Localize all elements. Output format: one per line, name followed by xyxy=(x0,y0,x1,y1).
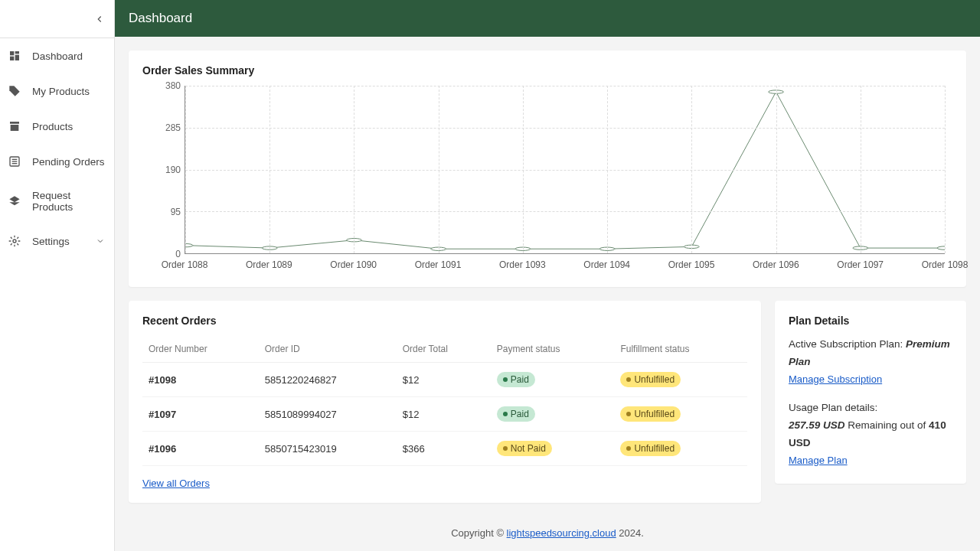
sidebar-item-products[interactable]: Products xyxy=(0,109,114,144)
y-tick: 0 xyxy=(175,249,181,259)
manage-plan-link[interactable]: Manage Plan xyxy=(789,455,848,466)
svg-point-9 xyxy=(185,243,193,246)
x-tick: Order 1097 xyxy=(837,259,884,270)
sidebar-item-label: Request Products xyxy=(32,190,106,213)
sidebar-collapse-button[interactable] xyxy=(0,0,114,38)
column-header: Order Total xyxy=(397,336,491,363)
status-badge: Unfulfilled xyxy=(620,372,681,387)
svg-rect-1 xyxy=(15,51,19,54)
x-tick: Order 1094 xyxy=(583,259,630,270)
usage-line: 257.59 USD Remaining out of 410 USD xyxy=(789,417,952,452)
svg-rect-0 xyxy=(10,51,14,55)
order-id: 5850715423019 xyxy=(259,432,397,466)
sidebar-item-pending-orders[interactable]: Pending Orders xyxy=(0,144,114,179)
sidebar-item-dashboard[interactable]: Dashboard xyxy=(0,38,114,73)
x-tick: Order 1098 xyxy=(922,259,969,270)
x-tick: Order 1091 xyxy=(415,259,462,270)
y-tick: 190 xyxy=(165,165,181,175)
column-header: Order Number xyxy=(142,336,259,363)
sidebar-item-request-products[interactable]: Request Products xyxy=(0,179,114,223)
manage-subscription-link[interactable]: Manage Subscription xyxy=(789,373,882,385)
active-plan-line: Active Subscription Plan: Premium Plan xyxy=(789,336,952,371)
status-badge: Not Paid xyxy=(497,441,552,456)
y-tick: 380 xyxy=(165,80,181,91)
chevron-left-icon xyxy=(94,14,105,24)
table-row[interactable]: #10985851220246827$12PaidUnfulfilled xyxy=(142,363,747,397)
column-header: Fulfillment status xyxy=(614,336,747,363)
plan-details-card: Plan Details Active Subscription Plan: P… xyxy=(775,301,966,484)
x-tick: Order 1093 xyxy=(499,259,546,270)
footer: Copyright © lightspeedsourcing.cloud 202… xyxy=(129,517,966,549)
list-icon xyxy=(8,155,21,168)
sidebar-item-label: Pending Orders xyxy=(32,156,106,168)
x-tick: Order 1089 xyxy=(246,259,292,270)
y-tick: 285 xyxy=(165,122,181,133)
sidebar: DashboardMy ProductsProductsPending Orde… xyxy=(0,0,115,551)
order-number: #1096 xyxy=(142,432,259,466)
chevron-down-icon xyxy=(96,236,106,246)
sidebar-item-label: Dashboard xyxy=(32,51,106,62)
plan-title: Plan Details xyxy=(789,315,952,327)
order-total: $12 xyxy=(397,363,491,397)
layers-icon xyxy=(8,194,21,208)
view-all-orders-link[interactable]: View all Orders xyxy=(142,478,210,489)
order-number: #1098 xyxy=(142,363,259,397)
chart: 095190285380 Order 1088Order 1089Order 1… xyxy=(185,86,945,273)
status-badge: Paid xyxy=(497,372,535,387)
page-title: Dashboard xyxy=(129,11,192,25)
order-total: $12 xyxy=(397,397,491,432)
sidebar-item-my-products[interactable]: My Products xyxy=(0,73,114,109)
topbar: Dashboard xyxy=(115,0,980,37)
usage-label: Usage Plan details: xyxy=(789,399,952,417)
chart-title: Order Sales Summary xyxy=(142,64,952,77)
order-id: 5851089994027 xyxy=(259,397,397,432)
x-tick: Order 1095 xyxy=(668,259,715,270)
svg-point-8 xyxy=(13,240,16,243)
svg-rect-3 xyxy=(10,57,14,60)
column-header: Order ID xyxy=(259,336,397,363)
sidebar-item-settings[interactable]: Settings xyxy=(0,223,114,259)
orders-table: Order NumberOrder IDOrder TotalPayment s… xyxy=(142,336,747,466)
status-badge: Unfulfilled xyxy=(620,441,681,456)
recent-orders-card: Recent Orders Order NumberOrder IDOrder … xyxy=(129,301,761,503)
footer-link[interactable]: lightspeedsourcing.cloud xyxy=(507,527,616,539)
order-id: 5851220246827 xyxy=(259,363,397,397)
tag-icon xyxy=(8,84,21,98)
column-header: Payment status xyxy=(491,336,615,363)
x-tick: Order 1088 xyxy=(162,259,208,270)
dashboard-icon xyxy=(8,49,21,63)
status-badge: Paid xyxy=(497,406,535,422)
sidebar-item-label: Products xyxy=(32,121,106,132)
status-badge: Unfulfilled xyxy=(620,406,681,422)
chart-card: Order Sales Summary 095190285380 Order 1… xyxy=(129,51,966,287)
x-tick: Order 1090 xyxy=(330,259,377,270)
order-total: $366 xyxy=(397,432,491,466)
x-tick: Order 1096 xyxy=(753,259,799,270)
recent-orders-title: Recent Orders xyxy=(142,315,747,327)
gear-icon xyxy=(8,234,21,248)
store-icon xyxy=(8,119,21,133)
table-row[interactable]: #10965850715423019$366Not PaidUnfulfille… xyxy=(142,432,747,466)
svg-rect-2 xyxy=(15,55,19,60)
sidebar-item-label: My Products xyxy=(32,86,106,97)
y-tick: 95 xyxy=(171,207,181,217)
order-number: #1097 xyxy=(142,397,259,432)
sidebar-item-label: Settings xyxy=(32,236,96,247)
svg-point-18 xyxy=(937,246,945,249)
table-row[interactable]: #10975851089994027$12PaidUnfulfilled xyxy=(142,397,747,432)
